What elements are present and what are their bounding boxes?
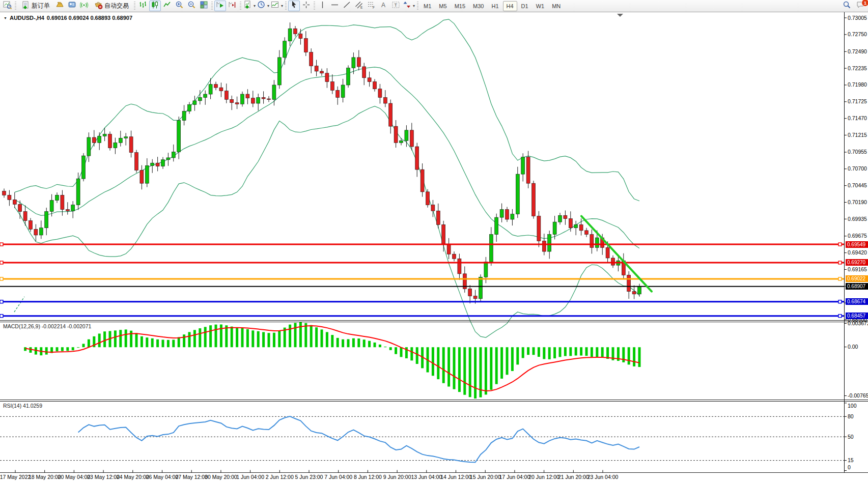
new-order-icon xyxy=(21,1,30,11)
signals-button[interactable] xyxy=(78,1,90,11)
bar-chart-type-button[interactable] xyxy=(137,1,149,11)
dropdown-caret-icon: ▾ xyxy=(413,4,415,8)
candlestick-chart-type-button[interactable] xyxy=(149,1,161,11)
svg-text:0.69675: 0.69675 xyxy=(848,233,867,239)
collapse-icon[interactable]: ▼ xyxy=(4,16,7,20)
trendline-button[interactable] xyxy=(341,1,353,11)
svg-text:2 Jun 12:00: 2 Jun 12:00 xyxy=(266,474,294,480)
chart-title: ▼ AUDUSD-,H4 0.69016 0.69024 0.68893 0.6… xyxy=(4,15,132,21)
svg-text:30 May 20:00: 30 May 20:00 xyxy=(205,474,237,480)
crosshair-icon xyxy=(302,1,311,11)
cursor-icon xyxy=(290,1,298,11)
price-level-label-resistance-1[interactable]: 0.69549 xyxy=(846,241,868,248)
svg-text:24 May 20:00: 24 May 20:00 xyxy=(117,474,149,480)
svg-text:0.71215: 0.71215 xyxy=(848,132,867,138)
svg-text:0.71980: 0.71980 xyxy=(848,81,867,88)
svg-text:15 Jun 20:00: 15 Jun 20:00 xyxy=(470,474,501,480)
line-chart-icon xyxy=(163,1,172,11)
auto-scroll-button[interactable] xyxy=(214,1,226,11)
text-label-icon: T xyxy=(391,1,400,11)
svg-text:5 Jun 23:00: 5 Jun 23:00 xyxy=(295,474,323,480)
timeframe-h4[interactable]: H4 xyxy=(503,1,517,11)
svg-text:0.70700: 0.70700 xyxy=(848,165,867,172)
new-order-label: 新订单 xyxy=(32,2,50,10)
chart-symbol-period: AUDUSD-,H4 xyxy=(10,15,44,21)
cursor-button[interactable] xyxy=(288,1,300,11)
chart-shift-button[interactable] xyxy=(227,1,238,11)
text-label-button[interactable]: T xyxy=(390,1,402,11)
arrows-icon xyxy=(403,1,411,11)
auto-trading-icon xyxy=(94,1,103,11)
timeframe-m30[interactable]: M30 xyxy=(469,1,487,11)
gold-ingot-icon xyxy=(55,1,64,11)
svg-text:0.69165: 0.69165 xyxy=(848,266,867,272)
notification-badge: 1 xyxy=(861,0,868,7)
svg-text:9 Jun 20:00: 9 Jun 20:00 xyxy=(383,474,411,480)
timeframe-mn[interactable]: MN xyxy=(548,1,564,11)
chart-canvas[interactable]: 0.730050.727500.724900.722350.719800.717… xyxy=(0,0,868,482)
rsi-indicator-label: RSI(14) 41.0259 xyxy=(3,403,42,409)
zoom-in-button[interactable] xyxy=(174,1,185,11)
toolbar-grip xyxy=(15,2,16,10)
timeframe-h1[interactable]: H1 xyxy=(488,1,502,11)
notifications-button[interactable]: 1 xyxy=(855,1,866,11)
community-button[interactable] xyxy=(66,1,78,11)
clock-icon xyxy=(257,1,266,11)
svg-text:E: E xyxy=(360,6,363,9)
zoom-out-button[interactable] xyxy=(186,1,198,11)
timeframe-w1[interactable]: W1 xyxy=(533,1,548,11)
svg-text:50: 50 xyxy=(848,434,854,440)
svg-text:A: A xyxy=(381,2,385,9)
price-level-label-support-2[interactable]: 0.68457 xyxy=(846,313,868,319)
timeframe-m1[interactable]: M1 xyxy=(420,1,435,11)
tile-windows-icon xyxy=(200,1,208,11)
new-chart-dropdown[interactable]: ▾ xyxy=(243,1,256,11)
shapes-dropdown[interactable]: ▾ xyxy=(402,1,415,11)
svg-text:7 Jun 04:00: 7 Jun 04:00 xyxy=(324,474,352,480)
chart-window-icon xyxy=(3,1,12,11)
search-button[interactable] xyxy=(841,1,853,11)
macd-indicator-label: MACD(12,26,9) -0.002214 -0.002071 xyxy=(3,323,91,329)
svg-text:0.69935: 0.69935 xyxy=(848,216,867,222)
timeframe-d1[interactable]: D1 xyxy=(518,1,532,11)
vertical-line-icon xyxy=(318,1,327,11)
fibonacci-button[interactable]: F xyxy=(366,1,377,11)
toolbar-grip xyxy=(211,2,213,10)
crosshair-button[interactable] xyxy=(300,1,312,11)
svg-text:0.70190: 0.70190 xyxy=(848,199,867,205)
main-toolbar: 新订单 自动交易 xyxy=(0,0,868,12)
line-chart-type-button[interactable] xyxy=(161,1,173,11)
auto-trading-button[interactable]: 自动交易 xyxy=(91,1,132,11)
svg-text:13 Jun 04:00: 13 Jun 04:00 xyxy=(411,474,442,480)
chart-window-button[interactable] xyxy=(2,1,13,11)
zoom-in-icon xyxy=(175,1,184,11)
gold-button[interactable] xyxy=(54,1,66,11)
tile-windows-button[interactable] xyxy=(198,1,210,11)
fibonacci-icon: F xyxy=(367,1,376,11)
candlestick-chart-icon xyxy=(151,1,159,11)
indicators-icon xyxy=(271,1,279,11)
svg-text:27 May 12:00: 27 May 12:00 xyxy=(175,474,208,480)
toolbar-grip xyxy=(417,2,418,10)
text-a-icon: A xyxy=(379,1,388,11)
price-level-label-support-1[interactable]: 0.68674 xyxy=(846,298,868,305)
search-icon xyxy=(843,1,851,11)
timeframe-m5[interactable]: M5 xyxy=(435,1,450,11)
svg-text:0.70445: 0.70445 xyxy=(848,182,867,188)
price-level-label-pivot[interactable]: 0.69022 xyxy=(846,275,868,282)
indicators-dropdown[interactable]: ▾ xyxy=(270,1,284,11)
toolbar-grip xyxy=(285,2,287,10)
profiles-dropdown[interactable]: ▾ xyxy=(257,1,270,11)
text-button[interactable]: A xyxy=(378,1,389,11)
svg-text:20 Jun 12:00: 20 Jun 12:00 xyxy=(528,474,559,480)
vertical-line-button[interactable] xyxy=(317,1,328,11)
svg-text:17 May 2022: 17 May 2022 xyxy=(0,474,31,480)
svg-text:0.71470: 0.71470 xyxy=(848,115,867,121)
svg-text:0.69420: 0.69420 xyxy=(848,249,867,256)
horizontal-line-button[interactable] xyxy=(329,1,341,11)
equidistant-channel-button[interactable]: E xyxy=(353,1,365,11)
price-level-label-resistance-2[interactable]: 0.69270 xyxy=(846,259,868,266)
timeframe-m15[interactable]: M15 xyxy=(451,1,469,11)
chart-ohlc-values: 0.69016 0.69024 0.68893 0.68907 xyxy=(47,15,132,21)
new-order-button[interactable]: 新订单 xyxy=(18,1,53,11)
